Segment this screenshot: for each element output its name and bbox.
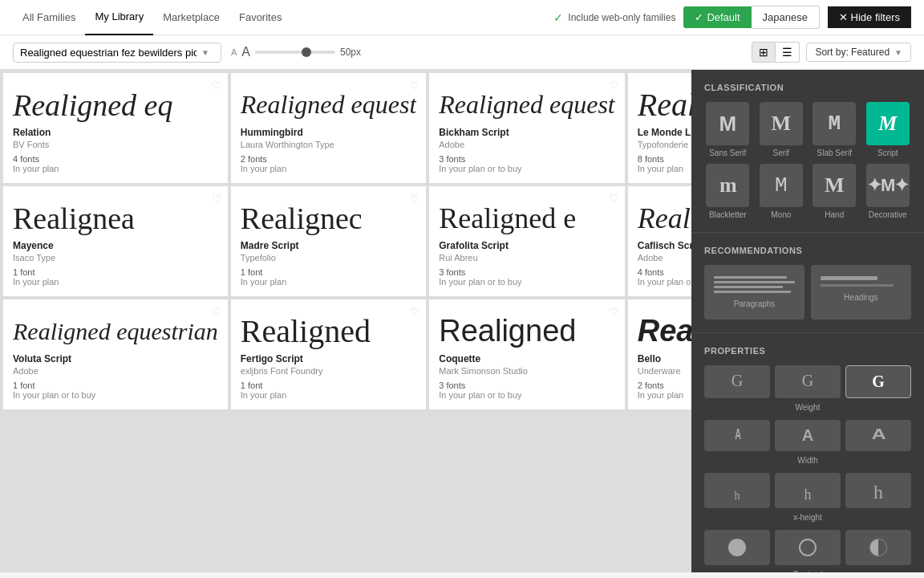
classification-section: CLASSIFICATION M Sans Serif M Serif M Sl…	[691, 70, 924, 233]
class-hand[interactable]: M Hand	[811, 164, 858, 219]
rec-paragraphs[interactable]: Paragraphs	[704, 265, 804, 320]
heart-icon[interactable]: ♡	[609, 193, 618, 205]
xheight-medium[interactable]: h	[775, 473, 841, 508]
font-size-label: 50px	[340, 47, 361, 58]
class-sans-serif[interactable]: M Sans Serif	[704, 102, 752, 157]
font-foundry: Adobe	[13, 366, 218, 376]
weight-regular[interactable]: G	[775, 365, 841, 398]
font-preview: Realignec	[241, 196, 416, 240]
font-preview: Realigned equest	[439, 83, 614, 127]
check-icon: ✓	[695, 11, 703, 23]
font-count: 4 fonts	[638, 267, 691, 277]
font-card-lemonde[interactable]: ♡ Realigned Le Monde Livre Classic Typof…	[628, 73, 691, 183]
heart-icon[interactable]: ♡	[609, 306, 618, 318]
font-count: 3 fonts	[439, 381, 614, 390]
font-name: Coquette	[439, 353, 614, 364]
rec-headings[interactable]: Headings	[811, 265, 911, 320]
preview-text-input[interactable]	[20, 47, 197, 59]
nav-marketplace[interactable]: Marketplace	[153, 0, 229, 35]
nav-my-library[interactable]: My Library	[85, 0, 153, 35]
font-preview: Realigned	[241, 309, 416, 353]
heart-icon[interactable]: ♡	[410, 193, 419, 205]
weight-light[interactable]: G	[704, 365, 770, 398]
font-foundry: Adobe	[439, 140, 614, 149]
font-card-bickham[interactable]: ♡ Realigned equest Bickham Script Adobe …	[429, 73, 624, 183]
font-card-hummingbird[interactable]: ♡ Realigned equest Hummingbird Laura Wor…	[231, 73, 426, 183]
font-plan: In your plan or to buy	[638, 277, 691, 287]
font-plan: In your plan	[241, 390, 416, 400]
default-button[interactable]: ✓ Default	[683, 6, 751, 28]
font-card-caflisch[interactable]: ♡ Realigned equ Caflisch Script Adobe 4 …	[628, 186, 691, 296]
font-count: 1 font	[13, 381, 218, 390]
font-card-bello[interactable]: ♡ Realigned e Bello Underware 2 fonts In…	[628, 299, 691, 409]
weight-bold[interactable]: G	[845, 365, 911, 398]
font-name: Fertigo Script	[241, 353, 416, 364]
width-narrow[interactable]: A	[704, 420, 770, 451]
font-preview: Realigned e	[638, 309, 691, 353]
contrast-high[interactable]	[845, 530, 911, 565]
view-toggle: ⊞ ☰	[752, 42, 800, 63]
sort-label: Sort by: Featured	[815, 47, 890, 58]
heart-icon[interactable]: ♡	[410, 306, 419, 318]
font-name: Caflisch Script	[638, 240, 691, 251]
sort-dropdown[interactable]: Sort by: Featured ▼	[806, 43, 911, 62]
contrast-low[interactable]	[704, 530, 770, 565]
font-foundry: Underware	[638, 366, 691, 376]
list-view-button[interactable]: ☰	[776, 42, 800, 63]
include-web-checkbox[interactable]: ✓ Include web-only families	[553, 11, 675, 24]
class-script[interactable]: M Script	[865, 102, 912, 157]
font-name: Bickham Script	[439, 127, 614, 138]
classification-title: CLASSIFICATION	[704, 83, 911, 92]
heart-icon[interactable]: ♡	[609, 79, 618, 92]
font-card-fertigo[interactable]: ♡ Realigned Fertigo Script exljbris Font…	[231, 299, 426, 409]
xheight-small[interactable]: h	[704, 473, 770, 508]
font-card-grafolita[interactable]: ♡ Realigned e Grafolita Script Rui Abreu…	[429, 186, 624, 296]
font-card-mayence[interactable]: ♡ Realignea Mayence Isaco Type 1 font In…	[3, 186, 228, 296]
size-slider[interactable]	[255, 51, 335, 54]
font-card-coquette[interactable]: ♡ Realigned Coquette Mark Simonson Studi…	[429, 299, 624, 409]
nav-all-families[interactable]: All Families	[13, 0, 85, 35]
sidebar: CLASSIFICATION M Sans Serif M Serif M Sl…	[691, 70, 924, 572]
width-wide[interactable]: A	[845, 420, 911, 451]
font-plan: In your plan or to buy	[13, 390, 218, 400]
heart-icon[interactable]: ♡	[212, 306, 221, 318]
font-count: 2 fonts	[241, 154, 416, 164]
sort-arrow-icon: ▼	[894, 48, 902, 57]
font-name: Le Monde Livre Classic	[638, 127, 691, 138]
xheight-label: x-height	[704, 513, 911, 522]
font-grid: ♡ Realigned eq Relation BV Fonts 4 fonts…	[0, 70, 691, 572]
font-plan: In your plan	[13, 164, 218, 173]
heart-icon[interactable]: ♡	[410, 79, 419, 92]
font-name: Mayence	[13, 240, 218, 251]
font-card-madre[interactable]: ♡ Realignec Madre Script Typefolio 1 fon…	[231, 186, 426, 296]
xheight-large[interactable]: h	[845, 473, 911, 508]
font-foundry: exljbris Font Foundry	[241, 366, 416, 376]
heart-icon[interactable]: ♡	[212, 79, 221, 92]
class-slab-serif[interactable]: M Slab Serif	[811, 102, 858, 157]
class-serif[interactable]: M Serif	[758, 102, 805, 157]
font-plan: In your plan	[13, 277, 218, 287]
dropdown-arrow-icon[interactable]: ▼	[201, 48, 209, 57]
japanese-button[interactable]: Japanese	[752, 6, 820, 29]
class-mono[interactable]: M Mono	[758, 164, 805, 219]
weight-label: Weight	[704, 403, 911, 412]
font-preview: Realigned e	[439, 196, 614, 240]
include-web-label: Include web-only families	[568, 12, 675, 23]
class-label: Slab Serif	[817, 149, 852, 157]
width-normal[interactable]: A	[775, 420, 841, 451]
class-blackletter[interactable]: m Blackletter	[704, 164, 752, 219]
hide-filters-button[interactable]: ✕ Hide filters	[828, 6, 911, 28]
class-decorative[interactable]: ✦M✦ Decorative	[865, 164, 912, 219]
class-label: Blackletter	[709, 210, 747, 219]
contrast-medium[interactable]	[775, 530, 841, 565]
grid-view-button[interactable]: ⊞	[752, 42, 776, 63]
nav-favorites[interactable]: Favorites	[229, 0, 291, 35]
font-preview: Realigned	[439, 309, 614, 353]
font-preview: Realigned equ	[638, 196, 691, 240]
font-name: Bello	[638, 353, 691, 364]
font-card-relation[interactable]: ♡ Realigned eq Relation BV Fonts 4 fonts…	[3, 73, 228, 183]
size-controls: A A 50px	[231, 45, 361, 59]
font-card-voluta[interactable]: ♡ Realigned equestrian Voluta Script Ado…	[3, 299, 228, 409]
heart-icon[interactable]: ♡	[212, 193, 221, 205]
class-label: Hand	[825, 210, 844, 219]
